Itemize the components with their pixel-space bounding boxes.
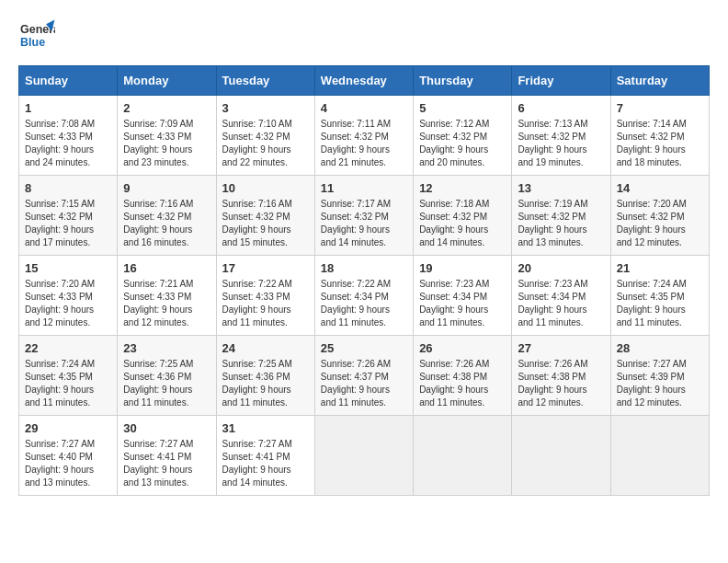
cell-info: Sunrise: 7:14 AMSunset: 4:32 PMDaylight:… — [617, 119, 687, 167]
calendar-cell — [610, 416, 709, 496]
calendar-cell: 20 Sunrise: 7:23 AMSunset: 4:34 PMDaylig… — [512, 256, 610, 336]
calendar-cell: 21 Sunrise: 7:24 AMSunset: 4:35 PMDaylig… — [610, 256, 709, 336]
cell-info: Sunrise: 7:11 AMSunset: 4:32 PMDaylight:… — [321, 119, 391, 167]
calendar-cell — [512, 416, 610, 496]
day-number: 22 — [25, 341, 111, 355]
calendar-cell: 28 Sunrise: 7:27 AMSunset: 4:39 PMDaylig… — [610, 336, 709, 416]
day-number: 6 — [518, 101, 604, 115]
calendar-cell — [414, 416, 512, 496]
week-row-5: 29 Sunrise: 7:27 AMSunset: 4:40 PMDaylig… — [19, 416, 710, 496]
day-number: 4 — [321, 101, 407, 115]
calendar-cell: 31 Sunrise: 7:27 AMSunset: 4:41 PMDaylig… — [216, 416, 314, 496]
day-number: 29 — [25, 421, 111, 435]
cell-info: Sunrise: 7:27 AMSunset: 4:40 PMDaylight:… — [25, 439, 95, 488]
day-number: 15 — [25, 261, 111, 275]
day-number: 12 — [419, 181, 506, 195]
day-number: 2 — [123, 101, 210, 115]
day-number: 16 — [123, 261, 210, 275]
svg-text:Blue: Blue — [20, 36, 45, 49]
calendar-cell: 16 Sunrise: 7:21 AMSunset: 4:33 PMDaylig… — [118, 256, 216, 336]
day-number: 8 — [25, 181, 111, 195]
cell-info: Sunrise: 7:27 AMSunset: 4:39 PMDaylight:… — [617, 359, 687, 408]
day-header-thursday: Thursday — [414, 66, 512, 96]
calendar-cell — [314, 416, 413, 496]
cell-info: Sunrise: 7:16 AMSunset: 4:32 PMDaylight:… — [222, 199, 292, 247]
calendar-cell: 30 Sunrise: 7:27 AMSunset: 4:41 PMDaylig… — [118, 416, 216, 496]
week-row-1: 1 Sunrise: 7:08 AMSunset: 4:33 PMDayligh… — [19, 96, 710, 176]
day-number: 27 — [518, 341, 604, 355]
cell-info: Sunrise: 7:18 AMSunset: 4:32 PMDaylight:… — [419, 199, 489, 247]
day-number: 14 — [617, 181, 703, 195]
calendar-cell: 18 Sunrise: 7:22 AMSunset: 4:34 PMDaylig… — [314, 256, 413, 336]
calendar-cell: 19 Sunrise: 7:23 AMSunset: 4:34 PMDaylig… — [414, 256, 512, 336]
day-number: 1 — [25, 101, 111, 115]
day-number: 19 — [419, 261, 506, 275]
day-number: 24 — [222, 341, 309, 355]
day-number: 7 — [617, 101, 703, 115]
day-header-tuesday: Tuesday — [216, 66, 314, 96]
week-row-3: 15 Sunrise: 7:20 AMSunset: 4:33 PMDaylig… — [19, 256, 710, 336]
cell-info: Sunrise: 7:23 AMSunset: 4:34 PMDaylight:… — [419, 279, 489, 327]
calendar-cell: 1 Sunrise: 7:08 AMSunset: 4:33 PMDayligh… — [19, 96, 118, 176]
cell-info: Sunrise: 7:25 AMSunset: 4:36 PMDaylight:… — [123, 359, 193, 408]
day-header-monday: Monday — [118, 66, 216, 96]
week-row-4: 22 Sunrise: 7:24 AMSunset: 4:35 PMDaylig… — [19, 336, 710, 416]
day-number: 9 — [123, 181, 210, 195]
calendar-cell: 13 Sunrise: 7:19 AMSunset: 4:32 PMDaylig… — [512, 176, 610, 256]
calendar-cell: 7 Sunrise: 7:14 AMSunset: 4:32 PMDayligh… — [610, 96, 709, 176]
cell-info: Sunrise: 7:19 AMSunset: 4:32 PMDaylight:… — [518, 199, 587, 247]
day-header-saturday: Saturday — [610, 66, 709, 96]
cell-info: Sunrise: 7:24 AMSunset: 4:35 PMDaylight:… — [25, 359, 95, 408]
cell-info: Sunrise: 7:10 AMSunset: 4:32 PMDaylight:… — [222, 119, 292, 167]
calendar-cell: 4 Sunrise: 7:11 AMSunset: 4:32 PMDayligh… — [314, 96, 413, 176]
calendar-cell: 3 Sunrise: 7:10 AMSunset: 4:32 PMDayligh… — [216, 96, 314, 176]
cell-info: Sunrise: 7:16 AMSunset: 4:32 PMDaylight:… — [123, 199, 193, 247]
calendar-cell: 2 Sunrise: 7:09 AMSunset: 4:33 PMDayligh… — [118, 96, 216, 176]
day-number: 31 — [222, 421, 309, 435]
cell-info: Sunrise: 7:27 AMSunset: 4:41 PMDaylight:… — [123, 439, 193, 488]
calendar-cell: 23 Sunrise: 7:25 AMSunset: 4:36 PMDaylig… — [118, 336, 216, 416]
day-number: 3 — [222, 101, 309, 115]
calendar-cell: 14 Sunrise: 7:20 AMSunset: 4:32 PMDaylig… — [610, 176, 709, 256]
calendar-cell: 22 Sunrise: 7:24 AMSunset: 4:35 PMDaylig… — [19, 336, 118, 416]
day-number: 25 — [321, 341, 407, 355]
day-number: 10 — [222, 181, 309, 195]
cell-info: Sunrise: 7:23 AMSunset: 4:34 PMDaylight:… — [518, 279, 587, 327]
calendar-cell: 29 Sunrise: 7:27 AMSunset: 4:40 PMDaylig… — [19, 416, 118, 496]
day-number: 5 — [419, 101, 506, 115]
calendar-table: SundayMondayTuesdayWednesdayThursdayFrid… — [18, 65, 710, 496]
cell-info: Sunrise: 7:21 AMSunset: 4:33 PMDaylight:… — [123, 279, 193, 327]
day-number: 23 — [123, 341, 210, 355]
calendar-cell: 17 Sunrise: 7:22 AMSunset: 4:33 PMDaylig… — [216, 256, 314, 336]
cell-info: Sunrise: 7:20 AMSunset: 4:33 PMDaylight:… — [25, 279, 95, 327]
cell-info: Sunrise: 7:27 AMSunset: 4:41 PMDaylight:… — [222, 439, 292, 488]
cell-info: Sunrise: 7:26 AMSunset: 4:38 PMDaylight:… — [518, 359, 587, 408]
cell-info: Sunrise: 7:22 AMSunset: 4:33 PMDaylight:… — [222, 279, 292, 327]
day-number: 18 — [321, 261, 407, 275]
cell-info: Sunrise: 7:26 AMSunset: 4:38 PMDaylight:… — [419, 359, 489, 408]
calendar-cell: 26 Sunrise: 7:26 AMSunset: 4:38 PMDaylig… — [414, 336, 512, 416]
cell-info: Sunrise: 7:24 AMSunset: 4:35 PMDaylight:… — [617, 279, 687, 327]
calendar-cell: 8 Sunrise: 7:15 AMSunset: 4:32 PMDayligh… — [19, 176, 118, 256]
cell-info: Sunrise: 7:17 AMSunset: 4:32 PMDaylight:… — [321, 199, 391, 247]
calendar-cell: 25 Sunrise: 7:26 AMSunset: 4:37 PMDaylig… — [314, 336, 413, 416]
logo: General Blue — [18, 18, 59, 51]
calendar-header-row: SundayMondayTuesdayWednesdayThursdayFrid… — [19, 66, 710, 96]
calendar-cell: 10 Sunrise: 7:16 AMSunset: 4:32 PMDaylig… — [216, 176, 314, 256]
calendar-cell: 27 Sunrise: 7:26 AMSunset: 4:38 PMDaylig… — [512, 336, 610, 416]
day-header-wednesday: Wednesday — [314, 66, 413, 96]
cell-info: Sunrise: 7:13 AMSunset: 4:32 PMDaylight:… — [518, 119, 587, 167]
calendar-cell: 6 Sunrise: 7:13 AMSunset: 4:32 PMDayligh… — [512, 96, 610, 176]
cell-info: Sunrise: 7:20 AMSunset: 4:32 PMDaylight:… — [617, 199, 687, 247]
day-number: 21 — [617, 261, 703, 275]
day-number: 26 — [419, 341, 506, 355]
day-header-friday: Friday — [512, 66, 610, 96]
cell-info: Sunrise: 7:12 AMSunset: 4:32 PMDaylight:… — [419, 119, 489, 167]
cell-info: Sunrise: 7:25 AMSunset: 4:36 PMDaylight:… — [222, 359, 292, 408]
cell-info: Sunrise: 7:09 AMSunset: 4:33 PMDaylight:… — [123, 119, 193, 167]
page-header: General Blue — [18, 18, 710, 51]
calendar-body: 1 Sunrise: 7:08 AMSunset: 4:33 PMDayligh… — [19, 96, 710, 496]
cell-info: Sunrise: 7:26 AMSunset: 4:37 PMDaylight:… — [321, 359, 391, 408]
cell-info: Sunrise: 7:22 AMSunset: 4:34 PMDaylight:… — [321, 279, 391, 327]
day-number: 17 — [222, 261, 309, 275]
